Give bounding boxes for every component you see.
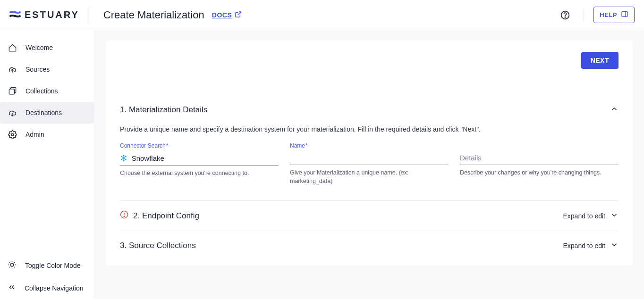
brand-logo-mark bbox=[9, 9, 21, 21]
home-icon bbox=[8, 43, 17, 52]
toggle-color-mode-label: Toggle Color Mode bbox=[25, 262, 81, 269]
cloud-upload-icon bbox=[8, 65, 17, 74]
sidebar-item-collections[interactable]: Collections bbox=[0, 80, 94, 102]
connector-label: Connector Search bbox=[120, 142, 279, 149]
section-details-title: 1. Materialization Details bbox=[120, 105, 207, 115]
svg-rect-5 bbox=[9, 89, 14, 94]
svg-line-0 bbox=[238, 11, 241, 15]
name-input[interactable] bbox=[290, 154, 449, 162]
details-input[interactable] bbox=[460, 154, 619, 162]
materialization-card: NEXT 1. Materialization Details Provide … bbox=[106, 41, 633, 266]
details-help: Describe your changes or why you're chan… bbox=[460, 169, 619, 177]
brand-name: ESTUARY bbox=[25, 9, 79, 20]
svg-point-7 bbox=[10, 263, 13, 266]
expand-label: Expand to edit bbox=[563, 242, 605, 249]
sidebar-item-label: Destinations bbox=[25, 109, 62, 116]
svg-point-2 bbox=[565, 17, 566, 17]
brand-logo[interactable]: ESTUARY bbox=[9, 7, 90, 24]
section-endpoint-title: 2. Endpoint Config bbox=[133, 211, 199, 221]
main-content: NEXT 1. Materialization Details Provide … bbox=[94, 30, 644, 299]
sidebar: Welcome Sources Collections Destinations… bbox=[0, 30, 94, 299]
collapse-navigation-label: Collapse Navigation bbox=[25, 284, 84, 292]
chevron-up-icon[interactable] bbox=[610, 105, 619, 115]
sidebar-item-destinations[interactable]: Destinations bbox=[0, 102, 94, 124]
svg-rect-3 bbox=[622, 12, 627, 17]
section-endpoint-config[interactable]: 2. Endpoint Config Expand to edit bbox=[120, 200, 619, 231]
section-details-description: Provide a unique name and specify a dest… bbox=[120, 125, 619, 133]
panel-right-icon bbox=[621, 10, 628, 19]
topbar: ESTUARY Create Materialization DOCS HELP bbox=[0, 0, 644, 30]
help-button[interactable]: HELP bbox=[593, 7, 635, 23]
expand-label: Expand to edit bbox=[563, 212, 605, 220]
alert-circle-icon bbox=[120, 210, 128, 221]
help-button-label: HELP bbox=[600, 11, 617, 18]
svg-point-6 bbox=[11, 133, 14, 136]
collapse-navigation[interactable]: Collapse Navigation bbox=[0, 277, 94, 299]
connector-field: Connector Search Choose the external sys… bbox=[120, 142, 279, 185]
section-source-title: 3. Source Collections bbox=[120, 241, 196, 250]
sidebar-item-label: Admin bbox=[25, 131, 44, 138]
sidebar-item-label: Sources bbox=[25, 66, 50, 73]
cloud-download-icon bbox=[8, 108, 17, 117]
sidebar-item-label: Collections bbox=[25, 87, 58, 95]
snowflake-icon bbox=[120, 154, 128, 162]
sun-icon bbox=[8, 260, 17, 271]
name-help: Give your Materialization a unique name.… bbox=[290, 169, 449, 185]
help-circle-icon[interactable] bbox=[560, 10, 570, 20]
sidebar-item-welcome[interactable]: Welcome bbox=[0, 37, 94, 58]
toggle-color-mode[interactable]: Toggle Color Mode bbox=[0, 254, 94, 277]
chevron-down-icon bbox=[610, 211, 619, 221]
external-link-icon bbox=[235, 11, 242, 19]
connector-help: Choose the external system you're connec… bbox=[120, 169, 279, 178]
name-field: Name Give your Materialization a unique … bbox=[290, 142, 449, 185]
name-label: Name bbox=[290, 142, 449, 149]
gear-icon bbox=[8, 130, 17, 139]
sidebar-item-label: Welcome bbox=[25, 44, 53, 51]
next-button[interactable]: NEXT bbox=[581, 52, 619, 69]
page-title: Create Materialization bbox=[103, 9, 204, 21]
connector-search-input[interactable] bbox=[132, 154, 279, 162]
section-details-header[interactable]: 1. Materialization Details bbox=[120, 102, 619, 120]
chevron-down-icon bbox=[610, 241, 619, 250]
docs-link[interactable]: DOCS bbox=[212, 11, 242, 19]
chevrons-left-icon bbox=[8, 283, 16, 293]
svg-point-10 bbox=[124, 216, 125, 217]
docs-link-label: DOCS bbox=[212, 11, 232, 19]
divider bbox=[584, 8, 584, 22]
sidebar-item-sources[interactable]: Sources bbox=[0, 58, 94, 80]
sidebar-item-admin[interactable]: Admin bbox=[0, 124, 94, 145]
collections-icon bbox=[8, 86, 17, 96]
section-source-collections[interactable]: 3. Source Collections Expand to edit bbox=[120, 231, 619, 260]
details-field: Describe your changes or why you're chan… bbox=[460, 142, 619, 185]
